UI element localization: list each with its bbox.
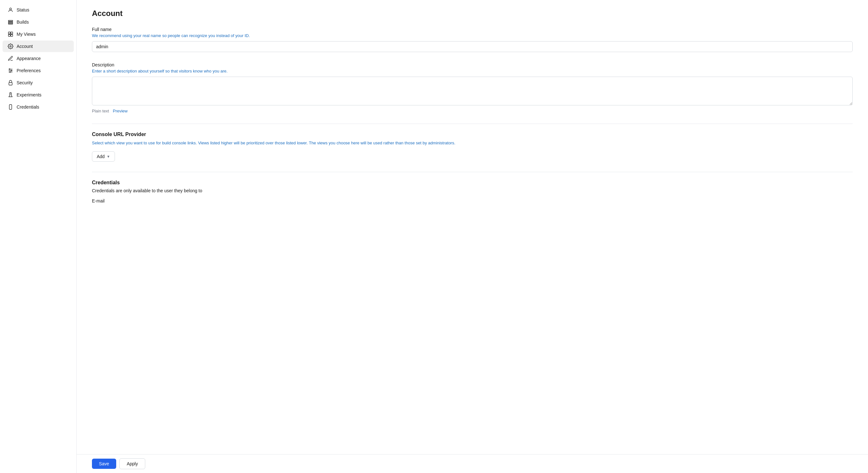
svg-point-0 — [9, 8, 11, 10]
sidebar-item-account-label: Account — [17, 44, 33, 49]
sidebar: Status Builds My Views Account Appearanc… — [0, 0, 76, 473]
description-input[interactable] — [92, 77, 853, 106]
sidebar-item-account[interactable]: Account — [3, 40, 74, 52]
save-button[interactable]: Save — [92, 459, 116, 469]
sliders-icon — [8, 68, 13, 73]
sidebar-item-appearance-label: Appearance — [17, 56, 41, 61]
sidebar-item-security-label: Security — [17, 80, 33, 85]
sidebar-item-credentials-label: Credentials — [17, 105, 39, 110]
chevron-down-icon: ▼ — [106, 155, 110, 158]
page-title: Account — [92, 9, 853, 18]
flask-icon — [8, 92, 13, 98]
bottom-bar: Save Apply — [76, 454, 868, 473]
description-section: Description Enter a short description ab… — [92, 62, 853, 113]
pen-icon — [8, 56, 13, 61]
phone-icon — [8, 104, 13, 110]
svg-point-13 — [11, 70, 12, 71]
fullname-input[interactable] — [92, 41, 853, 52]
svg-rect-5 — [11, 32, 13, 34]
sidebar-item-experiments-label: Experiments — [17, 92, 41, 97]
gear-icon — [8, 43, 13, 49]
sidebar-item-preferences[interactable]: Preferences — [3, 65, 74, 76]
credentials-section: Credentials Credentials are only availab… — [92, 180, 853, 203]
add-button[interactable]: Add ▼ — [92, 151, 115, 161]
sidebar-item-credentials[interactable]: Credentials — [3, 101, 74, 113]
sidebar-item-status[interactable]: Status — [3, 4, 74, 16]
myviews-icon — [8, 31, 13, 37]
sidebar-item-appearance[interactable]: Appearance — [3, 53, 74, 64]
description-label: Description — [92, 62, 853, 67]
divider-2 — [92, 172, 853, 172]
main-content: Account Full name We recommend using you… — [76, 0, 868, 473]
preview-button[interactable]: Preview — [113, 109, 127, 113]
text-mode-bar: Plain text Preview — [92, 109, 853, 113]
sidebar-item-status-label: Status — [17, 7, 29, 12]
sidebar-item-security[interactable]: Security — [3, 77, 74, 88]
svg-rect-1 — [8, 21, 13, 21]
console-url-provider-section: Console URL Provider Select which view y… — [92, 131, 853, 161]
svg-rect-7 — [11, 34, 13, 36]
sidebar-item-myviews-label: My Views — [17, 32, 36, 37]
sidebar-item-builds-label: Builds — [17, 20, 29, 25]
sidebar-item-preferences-label: Preferences — [17, 68, 40, 73]
console-url-provider-desc: Select which view you want to use for bu… — [92, 140, 853, 146]
svg-rect-3 — [8, 23, 13, 24]
email-label: E-mail — [92, 198, 853, 203]
builds-icon — [8, 19, 13, 25]
credentials-note: Credentials are only available to the us… — [92, 188, 853, 193]
svg-rect-6 — [8, 34, 10, 36]
divider-1 — [92, 124, 853, 124]
description-hint: Enter a short description about yourself… — [92, 69, 853, 73]
svg-point-12 — [9, 69, 10, 70]
fullname-hint: We recommend using your real name so peo… — [92, 33, 853, 38]
plain-text-button[interactable]: Plain text — [92, 109, 109, 113]
svg-rect-4 — [8, 32, 10, 34]
fullname-section: Full name We recommend using your real n… — [92, 27, 853, 52]
svg-point-8 — [10, 46, 11, 47]
add-button-label: Add — [97, 154, 105, 159]
svg-point-14 — [9, 71, 10, 72]
svg-rect-18 — [9, 105, 12, 110]
svg-rect-2 — [8, 22, 13, 23]
apply-button[interactable]: Apply — [119, 458, 145, 469]
person-icon — [8, 7, 13, 13]
console-url-provider-title: Console URL Provider — [92, 131, 853, 137]
lock-icon — [8, 80, 13, 86]
svg-rect-15 — [9, 82, 12, 85]
credentials-title: Credentials — [92, 180, 853, 185]
sidebar-item-experiments[interactable]: Experiments — [3, 89, 74, 100]
sidebar-item-builds[interactable]: Builds — [3, 16, 74, 28]
sidebar-item-myviews[interactable]: My Views — [3, 28, 74, 40]
fullname-label: Full name — [92, 27, 853, 32]
